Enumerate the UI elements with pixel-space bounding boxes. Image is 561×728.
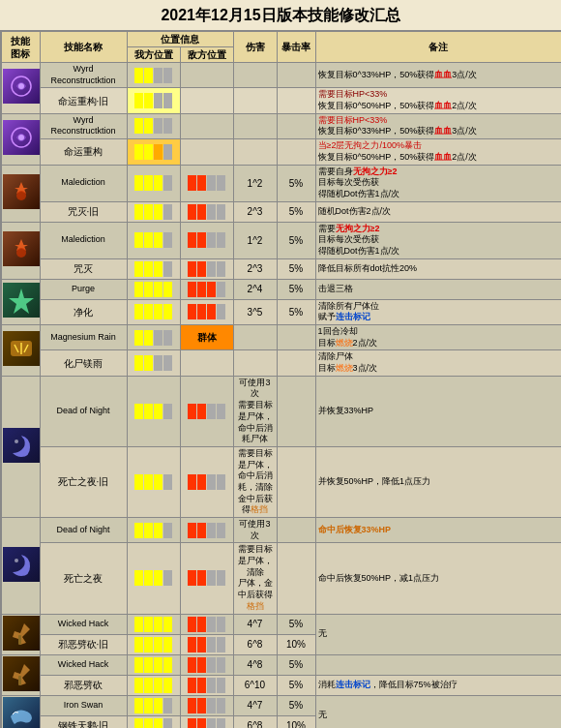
my-pos: [127, 695, 180, 715]
skill-icon: [1, 279, 40, 324]
enemy-pos: [180, 350, 233, 376]
my-pos: [127, 715, 180, 728]
svg-point-4: [16, 191, 26, 200]
skill-name-cn: 钢铁天鹅·旧: [40, 715, 127, 728]
skill-name-en: Wicked Hack: [40, 614, 127, 634]
my-pos: [127, 201, 180, 222]
enemy-pos: [180, 165, 233, 201]
enemy-pos: [180, 113, 233, 138]
page-title: 2021年12月15日版本技能修改汇总: [0, 0, 561, 30]
skill-crit: [277, 518, 315, 543]
skill-damage: 需要目标是尸体，清除尸体，金中后获得格挡: [233, 543, 277, 614]
skill-note: 恢复目标0^33%HP，50%获得血血3点/次: [315, 63, 561, 88]
skill-damage: 6^8: [233, 715, 277, 728]
table-row: Wyrd Reconstructktion 需要目标HP<33%恢复目标0^33…: [1, 113, 561, 138]
skill-damage: [233, 113, 277, 138]
skill-crit: 5%: [277, 258, 315, 279]
skill-crit: 5%: [277, 654, 315, 675]
table-row: Dead of Night 可使用3次 命中后恢复33%H: [1, 518, 561, 543]
my-pos: [127, 376, 180, 446]
skill-damage: 4^7: [233, 695, 277, 715]
skill-crit: [277, 446, 315, 517]
skill-icon: [1, 222, 40, 279]
my-pos: [127, 299, 180, 324]
skill-note: 消耗连击标记，降低目标75%被治疗: [315, 675, 561, 695]
table-row: 死亡之夜 需要目标是尸体，清除尸体，金中后获得格挡 命中后: [1, 543, 561, 614]
my-pos: [127, 139, 180, 165]
skill-name-cn: 咒灭·旧: [40, 201, 127, 222]
enemy-pos: [180, 201, 233, 222]
table-row: 邪恶劈砍 6^10 5% 消耗连击标记，降低目标75%被治疗: [1, 675, 561, 695]
skill-note: 击退三格: [315, 279, 561, 299]
skill-icon: [1, 518, 40, 615]
enemy-pos: [180, 543, 233, 614]
svg-point-3: [18, 135, 24, 140]
skill-damage: 2^3: [233, 201, 277, 222]
skill-damage: [233, 63, 277, 88]
skill-name-cn: 邪恶劈砍·旧: [40, 634, 127, 654]
skill-crit: 5%: [277, 299, 315, 324]
svg-rect-10: [18, 676, 21, 685]
skill-name-en: Purge: [40, 279, 127, 299]
header-enemy-pos: 敌方位置: [180, 47, 233, 63]
enemy-pos: [180, 299, 233, 324]
skill-crit: [277, 139, 315, 165]
skill-crit: [277, 113, 315, 138]
my-pos: [127, 88, 180, 113]
skill-note: 需要无拘之力≥2目标每次受伤获得随机Dot伤害1点/次: [315, 222, 561, 258]
skill-crit: [277, 350, 315, 376]
skill-crit: 10%: [277, 715, 315, 728]
skill-name-en: Dead of Night: [40, 376, 127, 446]
header-row-1: 技能图标 技能名称 位置信息 伤害 暴击率 备注: [1, 31, 561, 47]
table-row: 命运重构 当≥2层无拘之力/100%暴击恢复目标0^50%HP，50%获得血血2…: [1, 139, 561, 165]
enemy-pos: [180, 376, 233, 446]
skill-icon: [1, 113, 40, 165]
skill-icon: [1, 614, 40, 654]
table-row: Wyrd Reconstructktion 恢复目标0^33%HP，50%获得血…: [1, 63, 561, 88]
skill-crit: 5%: [277, 165, 315, 201]
skill-name-cn: 死亡之夜: [40, 543, 127, 614]
skill-name-cn: 死亡之夜·旧: [40, 446, 127, 517]
header-position: 位置信息: [127, 31, 233, 47]
my-pos: [127, 325, 180, 350]
skill-crit: 5%: [277, 675, 315, 695]
enemy-pos: [180, 279, 233, 299]
skill-crit: 5%: [277, 279, 315, 299]
skill-damage: 6^8: [233, 634, 277, 654]
skill-name-en: Dead of Night: [40, 518, 127, 543]
table-row: Malediction 1^2 5% 需要自身无拘之力≥2目: [1, 165, 561, 201]
header-damage: 伤害: [233, 31, 277, 63]
svg-point-7: [15, 440, 18, 443]
skill-damage: 需要目标是尸体，命中后消耗，清除金中后获得格挡: [233, 446, 277, 517]
skill-name-en: Wyrd Reconstructktion: [40, 113, 127, 138]
my-pos: [127, 675, 180, 695]
skill-damage: 4^7: [233, 614, 277, 634]
my-pos: [127, 113, 180, 138]
table-row: 死亡之夜·旧 需要目标是尸体，命中后消耗，清除金中后获得格挡: [1, 446, 561, 517]
enemy-pos: [180, 258, 233, 279]
table-row: Dead of Night 可使用3次需要目标是尸体，命中后消耗尸体: [1, 376, 561, 446]
table-row: 命运重构·旧 需要目标HP<33%恢复目标0^50%HP，50%获得血血2点/次: [1, 88, 561, 113]
my-pos: [127, 446, 180, 517]
my-pos: [127, 614, 180, 634]
skill-note: 并恢复50%HP，降低1点压力: [315, 446, 561, 517]
skill-icon: [1, 165, 40, 222]
table-row: 净化 3^5 5% 清除所有尸体位赋予连击标记: [1, 299, 561, 324]
skill-note: 命中后恢复33%HP: [315, 518, 561, 543]
skill-crit: [277, 325, 315, 350]
skill-name-cn: 咒灭: [40, 258, 127, 279]
header-note: 备注: [315, 31, 561, 63]
svg-point-5: [16, 248, 26, 258]
skill-damage: 6^10: [233, 675, 277, 695]
skill-damage: 可使用3次: [233, 518, 277, 543]
table-row: Wicked Hack 4^7 5% 无: [1, 614, 561, 634]
skill-note: 需要自身无拘之力≥2目标每次受伤获得随机Dot伤害1点/次: [315, 165, 561, 201]
enemy-pos: [180, 614, 233, 634]
skill-name-cn: 邪恶劈砍: [40, 675, 127, 695]
skill-note: 1回合冷却目标燃烧2点/次: [315, 325, 561, 350]
enemy-pos: [180, 675, 233, 695]
skill-name-en: Iron Swan: [40, 695, 127, 715]
my-pos: [127, 543, 180, 614]
skill-damage: [233, 88, 277, 113]
main-table: 技能图标 技能名称 位置信息 伤害 暴击率 备注 我方位置 敌方位置 Wyrd …: [0, 30, 561, 728]
